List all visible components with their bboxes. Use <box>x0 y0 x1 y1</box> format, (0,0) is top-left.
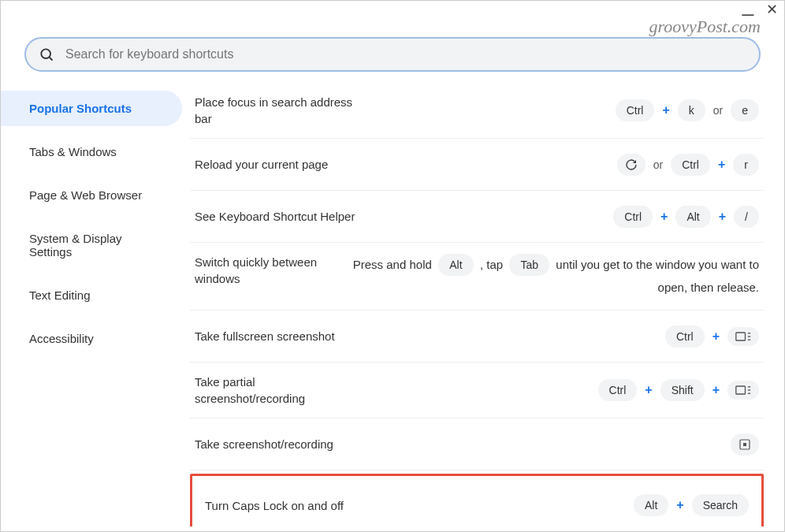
sidebar-item-popular[interactable]: Popular Shortcuts <box>1 91 182 126</box>
shortcut-label: Take partial screenshot/recording <box>195 374 368 407</box>
shortcut-row-partial-screenshot: Take partial screenshot/recording Ctrl +… <box>190 363 764 419</box>
key-ctrl: Ctrl <box>613 206 653 228</box>
key-alt: Alt <box>675 206 710 228</box>
svg-point-0 <box>41 49 50 58</box>
plus-icon: + <box>662 103 669 117</box>
minimize-button[interactable]: _ <box>740 0 756 12</box>
key-search: Search <box>692 494 749 516</box>
search-box[interactable] <box>24 37 761 72</box>
key-ctrl: Ctrl <box>665 326 705 348</box>
svg-rect-11 <box>743 443 746 446</box>
shortcut-label: Reload your current page <box>195 156 368 173</box>
instruction-text: , tap <box>480 258 503 271</box>
key-ctrl: Ctrl <box>598 379 638 401</box>
sidebar-item-tabs[interactable]: Tabs & Windows <box>1 134 182 169</box>
plus-icon: + <box>712 329 720 344</box>
screenshot-icon <box>738 438 751 451</box>
sidebar-item-accessibility[interactable]: Accessibility <box>1 321 182 356</box>
plus-icon: + <box>712 383 720 397</box>
window-controls: _ ✕ <box>740 2 779 17</box>
overview-icon <box>735 332 751 341</box>
key-shift: Shift <box>660 379 705 401</box>
instruction-text: until you get to the window you want to … <box>556 258 759 294</box>
shortcut-label: Place focus in search address bar <box>195 94 368 127</box>
instruction-text: Press and hold <box>353 258 432 271</box>
svg-rect-2 <box>736 333 746 340</box>
key-tab: Tab <box>509 254 549 276</box>
shortcut-row-helper: See Keyboard Shortcut Helper Ctrl + Alt … <box>190 191 764 243</box>
key-overview-icon <box>727 381 759 400</box>
or-separator: or <box>713 104 723 117</box>
shortcut-row-reload: Reload your current page or Ctrl + r <box>190 139 764 191</box>
shortcut-row-screenshot-recording: Take screenshot/recording <box>190 419 764 471</box>
highlight-box: Turn Caps Lock on and off Alt + Search <box>190 474 764 526</box>
shortcut-row-full-screenshot: Take fullscreen screenshot Ctrl + <box>190 311 764 363</box>
key-slash: / <box>734 206 759 228</box>
shortcut-label: Take fullscreen screenshot <box>195 328 368 344</box>
key-overview-icon <box>727 327 759 346</box>
shortcut-row-focus-address: Place focus in search address bar Ctrl +… <box>190 83 764 139</box>
reload-icon <box>625 158 638 171</box>
sidebar-item-page[interactable]: Page & Web Browser <box>1 177 182 213</box>
plus-icon: + <box>660 210 668 224</box>
key-ctrl: Ctrl <box>671 154 710 176</box>
plus-icon: + <box>719 210 726 224</box>
sidebar-item-text[interactable]: Text Editing <box>1 277 182 313</box>
key-reload-icon <box>617 154 645 176</box>
or-separator: or <box>653 158 663 171</box>
svg-line-1 <box>50 58 53 61</box>
shortcut-label: Switch quickly between windows <box>195 254 321 287</box>
key-alt: Alt <box>634 494 668 516</box>
plus-icon: + <box>645 383 652 397</box>
sidebar: Popular Shortcuts Tabs & Windows Page & … <box>1 83 190 526</box>
shortcut-list: Place focus in search address bar Ctrl +… <box>190 83 784 526</box>
overview-icon <box>735 385 751 395</box>
key-ctrl: Ctrl <box>616 99 655 121</box>
key-k: k <box>678 99 705 121</box>
plus-icon: + <box>676 498 683 512</box>
plus-icon: + <box>718 158 725 172</box>
shortcut-label: Take screenshot/recording <box>195 436 368 452</box>
shortcut-label: See Keyboard Shortcut Helper <box>195 208 368 225</box>
key-e: e <box>731 99 759 121</box>
key-screenshot-icon <box>731 433 759 456</box>
key-r: r <box>733 154 759 176</box>
key-alt: Alt <box>438 254 473 276</box>
search-icon <box>39 47 54 62</box>
shortcut-label: Turn Caps Lock on and off <box>205 497 378 514</box>
search-input[interactable] <box>65 47 746 61</box>
shortcut-row-capslock: Turn Caps Lock on and off Alt + Search <box>200 479 753 526</box>
close-button[interactable]: ✕ <box>764 2 779 17</box>
svg-rect-6 <box>736 386 746 394</box>
shortcut-row-switch: Switch quickly between windows Press and… <box>190 243 764 311</box>
sidebar-item-system[interactable]: System & Display Settings <box>1 221 182 270</box>
